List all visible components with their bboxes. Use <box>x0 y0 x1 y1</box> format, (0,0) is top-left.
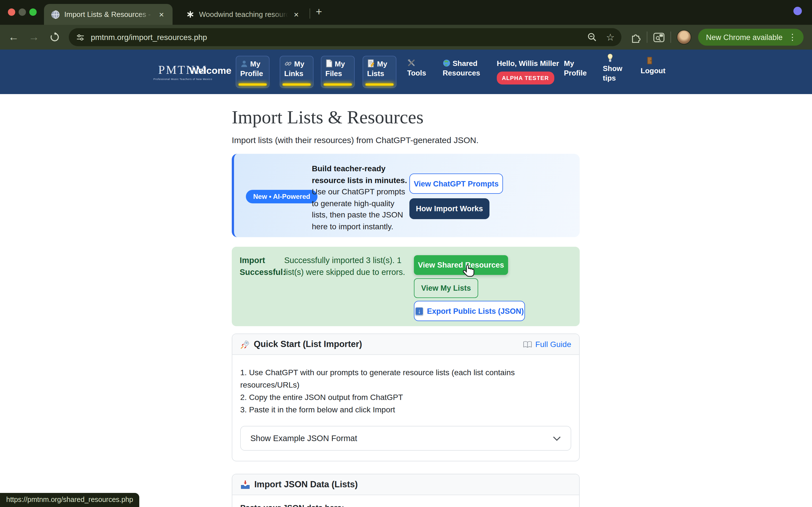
logo-tagline: Professional Music Teachers of New Mexic… <box>153 78 212 80</box>
nav-link-logout[interactable]: Logout <box>641 56 669 75</box>
download-icon: ↓ <box>415 307 423 315</box>
import-json-header: Import JSON Data (Lists) <box>232 474 579 495</box>
step-item: 1. Use ChatGPT with our prompts to gener… <box>240 366 571 391</box>
nav-item-my-links[interactable]: My Links <box>280 56 313 88</box>
success-label: Import Successful: <box>240 255 287 278</box>
door-icon <box>646 56 653 65</box>
success-message: Successfully imported 3 list(s). 1 list(… <box>284 255 415 278</box>
tools-icon <box>407 59 416 67</box>
profile-avatar[interactable] <box>677 30 691 45</box>
nav-item-label: My Profile <box>564 59 587 77</box>
browser-toolbar: ← → pmtnm.org/import_resources.php ☆ <box>0 25 812 50</box>
promo-text-rest: Use our ChatGPT prompts to generate high… <box>312 187 405 231</box>
show-example-json-toggle[interactable]: Show Example JSON Format <box>240 426 571 451</box>
screen: Import Lists & Resources - PM × Woodwind… <box>0 0 812 507</box>
quick-start-card: Quick Start (List Importer) Full Guide 1… <box>232 334 580 461</box>
nav-item-label: Show tips <box>603 64 622 82</box>
new-tab-button[interactable]: + <box>316 6 322 18</box>
back-icon[interactable]: ← <box>3 31 24 43</box>
nav-item-my-files[interactable]: My Files <box>321 56 355 88</box>
zoom-out-icon[interactable] <box>587 32 597 42</box>
window-zoom-button[interactable] <box>29 8 37 16</box>
memo-icon <box>367 59 375 68</box>
page-content: Import Lists & Resources Import lists (w… <box>0 94 812 507</box>
active-underline <box>324 83 352 86</box>
forward-icon[interactable]: → <box>24 31 44 43</box>
lightbulb-icon <box>607 54 613 62</box>
quick-start-steps: 1. Use ChatGPT with our prompts to gener… <box>240 366 571 416</box>
search-side-panel-icon[interactable] <box>653 32 665 43</box>
import-success-alert: Import Successful: Successfully imported… <box>232 247 580 326</box>
welcome-text: Welcome <box>190 65 232 76</box>
step-item: 3. Paste it in the form below and click … <box>240 403 571 416</box>
chrome-update-label: New Chrome available <box>706 33 783 41</box>
nav-item-shared-resources[interactable]: Shared Resources <box>443 59 485 78</box>
quick-start-title: Quick Start (List Importer) <box>254 339 362 349</box>
new-ai-badge: New • AI-Powered <box>246 190 317 203</box>
person-icon <box>240 60 248 68</box>
globe-icon <box>443 59 451 67</box>
view-shared-resources-button[interactable]: View Shared Resources <box>414 255 508 275</box>
rocket-icon <box>240 339 250 349</box>
import-json-card: Import JSON Data (Lists) Paste your JSON… <box>232 474 580 507</box>
site-settings-icon[interactable] <box>75 33 85 42</box>
mouse-cursor <box>462 264 475 279</box>
link-icon <box>284 60 292 68</box>
alpha-tester-badge: ALPHA TESTER <box>497 71 554 84</box>
url-bar[interactable]: pmtnm.org/import_resources.php ☆ <box>69 28 621 46</box>
tab-divider <box>310 8 310 18</box>
toolbar-divider <box>670 32 671 43</box>
tab-title: Import Lists & Resources - PM <box>64 10 153 18</box>
tab-woodwind[interactable]: Woodwind teaching resources × <box>179 4 309 25</box>
link-preview-statusbar: https://pmtnm.org/shared_resources.php <box>0 493 139 507</box>
step-item: 2. Copy the entire JSON output from Chat… <box>240 391 571 403</box>
full-guide-label: Full Guide <box>535 340 571 349</box>
tab-close-icon[interactable]: × <box>294 10 299 18</box>
view-chatgpt-prompts-button[interactable]: View ChatGPT Prompts <box>409 173 503 194</box>
window-minimize-button[interactable] <box>18 8 26 16</box>
extensions-icon[interactable] <box>630 32 641 43</box>
paste-json-label: Paste your JSON data here: <box>240 503 571 507</box>
nav-item-tools[interactable]: Tools <box>407 59 433 78</box>
export-button-label: Export Public Lists (JSON) <box>427 307 524 315</box>
window-close-button[interactable] <box>8 8 15 16</box>
full-guide-link[interactable]: Full Guide <box>523 340 571 349</box>
openai-favicon <box>186 10 195 18</box>
view-my-lists-button[interactable]: View My Lists <box>414 278 478 298</box>
file-icon <box>325 59 333 68</box>
tab-close-icon[interactable]: × <box>159 10 164 18</box>
toolbar-divider <box>647 32 647 43</box>
ai-promo-banner: New • AI-Powered Build teacher-ready res… <box>232 154 580 237</box>
export-public-lists-button[interactable]: ↓ Export Public Lists (JSON) <box>414 301 525 321</box>
promo-text: Build teacher-ready resource lists in mi… <box>312 163 409 232</box>
nav-link-my-profile[interactable]: My Profile <box>564 59 590 78</box>
active-underline <box>365 83 394 86</box>
import-json-title: Import JSON Data (Lists) <box>254 480 358 490</box>
tab-title: Woodwind teaching resources <box>199 10 288 18</box>
system-indicator-dot <box>794 7 802 15</box>
bookmark-star-icon[interactable]: ☆ <box>606 31 615 43</box>
book-icon <box>523 341 532 348</box>
user-greeting: Hello, Willis Miller ALPHA TESTER <box>497 59 569 84</box>
reload-icon[interactable] <box>50 32 60 42</box>
quick-start-header: Quick Start (List Importer) Full Guide <box>232 334 579 355</box>
site-navbar: PMTNM Professional Music Teachers of New… <box>0 50 812 94</box>
active-underline <box>283 83 311 86</box>
tab-strip: Import Lists & Resources - PM × Woodwind… <box>0 0 812 25</box>
globe-favicon <box>51 10 60 19</box>
example-toggle-label: Show Example JSON Format <box>250 434 357 443</box>
page-subtitle: Import lists (with their resources) from… <box>232 135 580 145</box>
nav-item-my-lists[interactable]: My Lists <box>363 56 396 88</box>
tab-import-lists[interactable]: Import Lists & Resources - PM × <box>44 4 172 25</box>
inbox-import-icon <box>240 480 250 489</box>
promo-text-bold: Build teacher-ready resource lists in mi… <box>312 164 407 184</box>
nav-link-show-tips[interactable]: Show tips <box>603 54 626 83</box>
nav-item-label: Logout <box>641 66 665 75</box>
chrome-update-pill[interactable]: New Chrome available ⋮ <box>698 29 804 46</box>
chevron-down-icon <box>553 436 561 441</box>
page-title: Import Lists & Resources <box>232 107 580 128</box>
how-import-works-button[interactable]: How Import Works <box>409 198 490 219</box>
browser-menu-icon[interactable]: ⋮ <box>788 32 797 42</box>
nav-item-my-profile[interactable]: My Profile <box>236 56 269 88</box>
url-text[interactable]: pmtnm.org/import_resources.php <box>91 33 587 42</box>
